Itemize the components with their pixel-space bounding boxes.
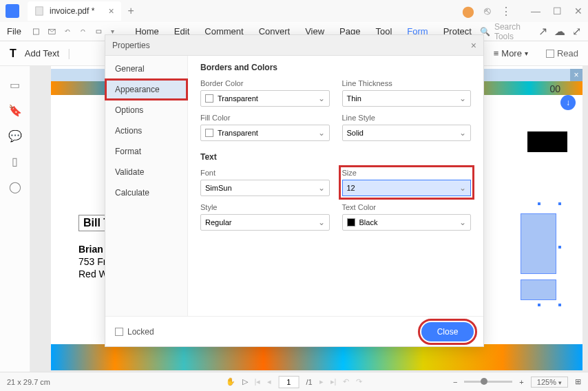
gift-icon[interactable]: ⬤ (462, 5, 474, 18)
close-window-button[interactable]: ✕ (574, 6, 582, 17)
zoom-slider[interactable] (464, 381, 512, 383)
sidebar-item-format[interactable]: Format (105, 141, 187, 162)
style-select[interactable]: Regular (200, 214, 330, 231)
page-total: /1 (306, 378, 312, 386)
undo-icon[interactable] (64, 26, 72, 37)
titlebar: invoice.pdf * × + ⬤ ⎋ ⋮ — ☐ ✕ (0, 0, 588, 22)
hand-tool-icon[interactable]: ✋ (226, 377, 235, 386)
hamburger-icon: ≡ (494, 48, 499, 59)
zoom-thumb[interactable] (481, 378, 487, 385)
kebab-icon[interactable]: ⋮ (501, 5, 512, 18)
toolbar-divider: | (67, 47, 70, 60)
resize-handle[interactable] (537, 202, 541, 206)
label-style: Style (200, 203, 330, 211)
checkbox-icon (546, 50, 554, 58)
size-input[interactable]: 12 (342, 180, 472, 196)
resize-handle[interactable] (537, 303, 541, 307)
dialog-content: Borders and Colors Border Color Transpar… (188, 56, 483, 316)
prev-page-button[interactable]: ◂ (267, 377, 271, 386)
line-style-select[interactable]: Solid (342, 125, 472, 141)
dialog-title: Properties (112, 41, 150, 50)
page-footer-graphic (51, 344, 582, 370)
share-icon[interactable]: ⎋ (484, 5, 491, 17)
zoom-out-button[interactable]: − (453, 378, 457, 386)
bill-address-line1: 753 Fr (78, 256, 106, 267)
sidebar-item-appearance[interactable]: Appearance (105, 79, 187, 100)
svg-rect-1 (33, 28, 39, 34)
external-icon[interactable]: ↗ (538, 25, 547, 38)
download-badge-icon[interactable]: ↓ (560, 95, 576, 110)
sidebar-item-validate[interactable]: Validate (105, 162, 187, 182)
page-dimensions: 21 x 29.7 cm (7, 378, 50, 386)
locked-checkbox[interactable]: Locked (115, 327, 154, 337)
page-number-input[interactable] (278, 376, 299, 388)
print-icon[interactable] (95, 26, 103, 37)
sidebar-item-options[interactable]: Options (105, 100, 187, 120)
label-line-style: Line Style (342, 114, 472, 122)
app-icon (6, 4, 19, 18)
left-side-rail: ▭ 🔖 💬 ▯ ◯ (0, 66, 30, 391)
more-button[interactable]: ≡ More ▾ (494, 48, 528, 59)
line-thickness-select[interactable]: Thin (342, 90, 472, 107)
text-tool-icon[interactable]: T (10, 47, 17, 60)
jump-back-button[interactable]: ↶ (343, 377, 349, 386)
label-border-color: Border Color (200, 79, 330, 87)
jump-forward-button[interactable]: ↷ (356, 377, 362, 386)
mail-icon[interactable] (48, 26, 56, 37)
checkbox-icon (115, 328, 123, 336)
pdf-icon (34, 6, 44, 16)
thumbnails-icon[interactable]: ▭ (10, 78, 20, 92)
cloud-icon[interactable]: ☁ (554, 25, 565, 38)
properties-dialog: Properties × General Appearance Options … (105, 34, 484, 347)
file-menu[interactable]: File (7, 26, 21, 36)
save-icon[interactable] (32, 26, 40, 37)
zoom-level[interactable]: 125% ▾ (531, 377, 568, 388)
swatch-icon (205, 94, 213, 103)
search-tools[interactable]: 🔍 Search Tools (480, 22, 522, 41)
dialog-close-button[interactable]: × (471, 40, 476, 51)
close-button[interactable]: Close (421, 322, 474, 341)
first-page-button[interactable]: |◂ (255, 377, 261, 386)
minimize-button[interactable]: — (531, 6, 540, 17)
document-tab[interactable]: invoice.pdf * × (28, 1, 121, 21)
search-placeholder: Search Tools (494, 22, 522, 41)
form-field-box-2[interactable] (521, 279, 556, 300)
comment-panel-icon[interactable]: 💬 (8, 129, 22, 142)
resize-handle[interactable] (558, 202, 562, 206)
read-checkbox[interactable]: Read (546, 48, 578, 59)
border-color-select[interactable]: Transparent (200, 90, 330, 107)
selected-form-field[interactable] (525, 204, 565, 300)
fill-color-select[interactable]: Transparent (200, 125, 330, 141)
redo-icon[interactable] (79, 26, 87, 37)
new-tab-button[interactable]: + (128, 5, 134, 17)
bookmark-icon[interactable]: 🔖 (8, 104, 22, 117)
last-page-button[interactable]: ▸| (330, 377, 337, 386)
font-select[interactable]: SimSun (200, 180, 330, 196)
label-size: Size (342, 169, 472, 177)
add-text-button[interactable]: Add Text (25, 48, 59, 59)
expand-icon[interactable]: ⤢ (572, 25, 581, 38)
fit-page-icon[interactable]: ⊞ (575, 377, 581, 386)
banner-close-button[interactable]: × (570, 69, 582, 81)
sidebar-item-actions[interactable]: Actions (105, 120, 187, 141)
dialog-header[interactable]: Properties × (105, 35, 483, 56)
bill-name: Brian (78, 244, 103, 255)
sidebar-item-general[interactable]: General (105, 59, 187, 79)
form-field-box[interactable] (521, 213, 556, 274)
next-page-button[interactable]: ▸ (319, 377, 324, 386)
resize-handle[interactable] (558, 303, 562, 307)
zoom-in-button[interactable]: + (519, 378, 523, 386)
swatch-icon (205, 129, 213, 137)
select-tool-icon[interactable]: ▷ (242, 377, 248, 386)
invoice-number-fragment: 00 (549, 83, 560, 94)
tab-title: invoice.pdf * (50, 6, 94, 16)
label-font: Font (200, 169, 330, 177)
text-color-select[interactable]: Black (342, 214, 472, 231)
sidebar-item-calculate[interactable]: Calculate (105, 182, 187, 203)
attachment-icon[interactable]: ▯ (12, 155, 18, 168)
resize-handle[interactable] (558, 245, 562, 249)
search-panel-icon[interactable]: ◯ (9, 180, 21, 193)
chevron-down-icon: ▾ (558, 379, 562, 386)
tab-close-button[interactable]: × (108, 6, 114, 17)
maximize-button[interactable]: ☐ (553, 6, 562, 17)
